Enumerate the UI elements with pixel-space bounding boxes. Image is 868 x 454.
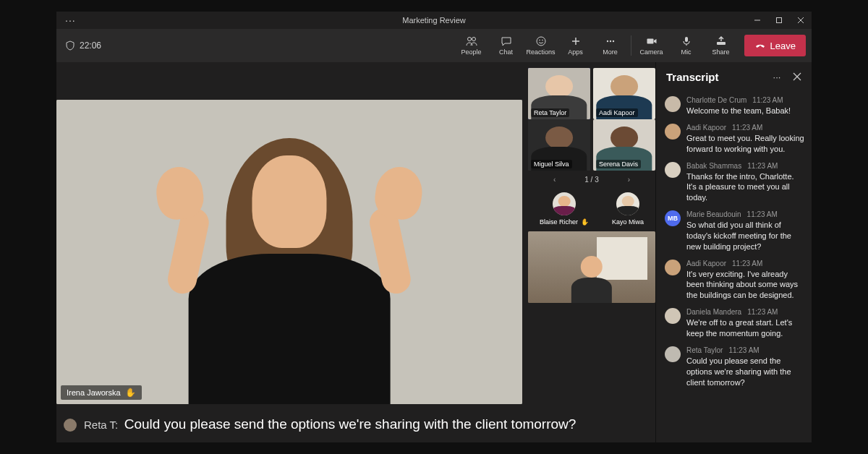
main-area: Irena Jaworska ✋ Reta Taylor Aadi Kapoor… (56, 62, 812, 442)
overflow-participant[interactable]: Blaise Richer✋ (540, 192, 589, 226)
titlebar: ··· Marketing Review (56, 12, 812, 29)
video-stage: Irena Jaworska ✋ Reta Taylor Aadi Kapoor… (56, 62, 655, 442)
transcript-entry: Daniela Mandera11:23 AM We're off to a g… (665, 304, 804, 343)
primary-speaker-tag: Irena Jaworska ✋ (61, 385, 142, 400)
minimize-button[interactable] (746, 12, 768, 29)
entry-text: So what did you all think of today's kic… (686, 220, 804, 252)
window-controls (746, 12, 812, 29)
svg-point-13 (612, 40, 613, 42)
overflow-participant[interactable]: Kayo Miwa (612, 192, 644, 226)
svg-point-6 (537, 37, 545, 46)
hand-raised-icon: ✋ (581, 218, 589, 226)
transcript-entry: Aadi Kapoor11:23 AM It's very exciting. … (665, 256, 804, 305)
reactions-button[interactable]: Reactions (524, 29, 558, 62)
entry-author: Marie Beaudouin (686, 210, 741, 218)
tile-name-label: Miguel Silva (531, 160, 572, 168)
tile-name-label: Aadi Kapoor (596, 108, 638, 117)
entry-time: 11:23 AM (732, 124, 762, 132)
transcript-body[interactable]: Charlotte De Crum11:23 AM Welcome to the… (656, 90, 812, 442)
more-button[interactable]: More (593, 29, 628, 62)
chat-button[interactable]: Chat (489, 29, 524, 62)
pager-prev-button[interactable]: ‹ (553, 176, 556, 184)
caption-text: Could you please send the options we're … (124, 416, 576, 432)
transcript-more-button[interactable]: ··· (770, 69, 784, 84)
avatar (665, 96, 681, 112)
call-duration: 22:06 (80, 40, 101, 51)
svg-point-5 (472, 38, 475, 41)
apps-button[interactable]: Apps (558, 29, 593, 62)
entry-time: 11:23 AM (752, 96, 783, 104)
transcript-panel: Transcript ··· Charlotte De Crum11:23 AM… (655, 62, 812, 442)
svg-rect-1 (777, 18, 782, 23)
window-title: Marketing Review (402, 16, 465, 25)
participant-tile[interactable]: Reta Taylor (528, 68, 590, 119)
caption-speaker: Reta T: (84, 419, 118, 431)
svg-point-8 (542, 40, 543, 41)
avatar (665, 346, 681, 362)
avatar (665, 308, 681, 324)
tile-name-label: Reta Taylor (531, 108, 569, 117)
primary-video-tile[interactable]: Irena Jaworska ✋ (56, 100, 522, 404)
entry-author: Daniela Mandera (686, 308, 741, 316)
caption-avatar (64, 419, 77, 432)
entry-text: We're off to a great start. Let's keep t… (686, 317, 804, 339)
entry-text: Welcome to the team, Babak! (686, 106, 804, 116)
camera-button[interactable]: Camera (634, 29, 669, 62)
meeting-toolbar: 22:06 People Chat Reactions Apps More Ca… (56, 29, 812, 62)
entry-text: Thanks for the intro, Charlotte. It's a … (686, 171, 804, 204)
mic-button[interactable]: Mic (669, 29, 704, 62)
avatar: MB (665, 210, 681, 226)
room-preview-tile[interactable] (528, 231, 655, 303)
svg-point-12 (609, 40, 610, 42)
transcript-entry: Reta Taylor11:23 AM Could you please sen… (665, 343, 804, 392)
hand-raised-icon: ✋ (125, 387, 136, 398)
people-button[interactable]: People (454, 29, 489, 62)
app-menu-button[interactable]: ··· (65, 14, 76, 26)
tile-name-label: Serena Davis (596, 160, 641, 168)
participant-gallery: Reta Taylor Aadi Kapoor Miguel Silva Ser… (528, 68, 655, 410)
transcript-entry: Babak Shammas11:23 AM Thanks for the int… (665, 158, 804, 207)
svg-rect-16 (717, 42, 726, 45)
avatar (665, 162, 681, 178)
avatar (665, 260, 681, 275)
live-caption-bar: Reta T: Could you please send the option… (56, 410, 655, 437)
transcript-entry: Aadi Kapoor11:23 AM Great to meet you. R… (665, 120, 804, 158)
entry-author: Aadi Kapoor (686, 260, 726, 267)
entry-time: 11:23 AM (747, 162, 778, 170)
close-button[interactable] (790, 12, 812, 29)
entry-time: 11:23 AM (747, 210, 778, 218)
gallery-pager: ‹ 1 / 3 › (528, 174, 655, 188)
entry-author: Babak Shammas (686, 162, 741, 170)
shield-icon (65, 40, 75, 51)
entry-time: 11:23 AM (732, 260, 762, 267)
participant-tile[interactable]: Serena Davis (593, 119, 655, 171)
transcript-title: Transcript (666, 71, 764, 83)
overflow-participants: Blaise Richer✋ Kayo Miwa (528, 191, 655, 228)
entry-time: 11:23 AM (728, 346, 759, 354)
call-timer: 22:06 (65, 40, 101, 51)
entry-author: Charlotte De Crum (686, 96, 746, 104)
avatar (665, 124, 681, 140)
toolbar-divider (631, 35, 631, 56)
entry-author: Aadi Kapoor (686, 124, 726, 132)
transcript-close-button[interactable] (790, 69, 804, 84)
pager-next-button[interactable]: › (628, 176, 630, 184)
svg-point-7 (539, 40, 540, 41)
transcript-header: Transcript ··· (656, 62, 812, 90)
participant-tile[interactable]: Aadi Kapoor (593, 68, 655, 119)
svg-point-11 (606, 40, 608, 42)
hangup-icon (754, 40, 766, 51)
svg-point-4 (467, 38, 471, 41)
leave-button[interactable]: Leave (744, 35, 806, 56)
entry-text: Could you please send the options we're … (686, 356, 804, 388)
svg-rect-15 (685, 37, 688, 42)
share-button[interactable]: Share (704, 29, 739, 62)
participant-tile[interactable]: Miguel Silva (528, 119, 590, 171)
app-window: ··· Marketing Review 22:06 People Chat R… (56, 12, 812, 442)
maximize-button[interactable] (768, 12, 790, 29)
transcript-entry: Charlotte De Crum11:23 AM Welcome to the… (665, 93, 804, 120)
entry-author: Reta Taylor (686, 346, 723, 354)
entry-text: Great to meet you. Really looking forwar… (686, 133, 804, 155)
entry-time: 11:23 AM (747, 308, 778, 316)
svg-rect-14 (647, 39, 653, 44)
